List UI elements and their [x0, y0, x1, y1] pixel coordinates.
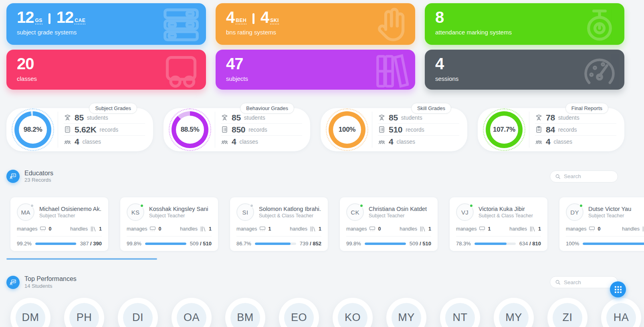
- avatar: DY: [566, 203, 583, 221]
- avatar-initials: MY: [499, 303, 529, 327]
- stat-card-bns-rating-systems[interactable]: 4 BEH 4 SKI bns rating systems: [216, 3, 415, 45]
- avatar-initials: MY: [392, 303, 421, 327]
- student-avatar[interactable]: OA: [172, 298, 212, 327]
- student-avatar[interactable]: KO: [333, 298, 373, 327]
- progress-ring: 100%: [329, 111, 365, 148]
- student-avatar[interactable]: EO: [279, 298, 319, 327]
- records-stat: 84 records: [535, 124, 616, 136]
- status-dot: [250, 204, 254, 208]
- avatar-initials: KO: [338, 303, 367, 327]
- stat-card-classes[interactable]: 20 classes: [6, 50, 206, 90]
- progress-ring: 107.7%: [486, 111, 523, 148]
- educators-card-rail: MA Michael Osisienemo Ak... Subject Teac…: [10, 197, 644, 251]
- progress-percent: 86.7%: [236, 241, 251, 247]
- status-dot: [359, 204, 363, 208]
- educators-badge: [6, 170, 20, 183]
- section-title: Educators: [24, 170, 53, 177]
- divider: [456, 236, 541, 237]
- class-group-icon: [259, 226, 266, 232]
- section-title: Top Performances: [24, 275, 77, 283]
- student-avatar[interactable]: PH: [64, 298, 104, 327]
- hand-icon: [372, 6, 409, 43]
- student-avatar[interactable]: BM: [225, 298, 265, 327]
- avatar: KS: [127, 203, 144, 221]
- stat-value: 20: [17, 56, 34, 72]
- progress-percent: 78.3%: [456, 241, 471, 247]
- avatar: SI: [236, 203, 254, 221]
- educator-card[interactable]: CK Christiana Osin Katdet Subject Teache…: [340, 197, 438, 251]
- stopwatch-icon: [581, 6, 618, 43]
- gauge-icon: [581, 53, 618, 90]
- educator-card[interactable]: DY Dutse Victor Yau Subject Teacher mana…: [559, 197, 644, 251]
- educators-search-input[interactable]: [564, 173, 613, 179]
- educator-name: Dutse Victor Yau: [588, 206, 631, 212]
- manages-stat: manages 0: [127, 226, 161, 232]
- avatar-initials: ZI: [553, 303, 582, 327]
- progress-bar: [583, 243, 644, 245]
- class-group-icon: [479, 226, 485, 232]
- progress-ring: 88.5%: [172, 111, 208, 148]
- divider: [17, 236, 102, 237]
- avatar-initials: VJ: [461, 209, 468, 216]
- top-performances-avatar-rail: DM PH DI OA BM EO KO MY NT MY ZI HA: [10, 298, 644, 327]
- classes-stat: 4 classes: [535, 136, 616, 148]
- top-performances-search: [550, 276, 618, 288]
- student-avatar[interactable]: MY: [386, 298, 426, 327]
- student-avatar[interactable]: NT: [440, 298, 480, 327]
- stat-value: 12: [57, 9, 74, 25]
- avatar-initials: SI: [242, 209, 248, 216]
- stat-card-attendance-marking-systems[interactable]: 8 attendance marking systems: [425, 3, 624, 45]
- records-stat: 850 records: [221, 124, 302, 136]
- progress-ring: 98.2%: [14, 111, 51, 148]
- educator-card[interactable]: KS Kosshak Kingsley Sani Subject Teacher…: [120, 197, 218, 251]
- section-subtitle: 14 Students: [24, 283, 77, 289]
- performance-board-icon: [9, 279, 17, 286]
- educator-card[interactable]: SI Solomon Katlong Ibrahi... Subject & C…: [230, 197, 328, 251]
- top-performances-search-input[interactable]: [564, 279, 613, 285]
- student-avatar[interactable]: DI: [118, 298, 158, 327]
- top-performances-section-header: Top Performances 14 Students: [6, 275, 618, 289]
- summary-card-behaviour-grades: Behaviour Grades 88.5% 85 students 850 r…: [164, 108, 310, 151]
- avatar-initials: NT: [445, 303, 475, 327]
- progress-bar: [145, 243, 186, 245]
- apps-grid-fab[interactable]: [610, 281, 626, 297]
- avatar-initials: BM: [230, 303, 260, 327]
- educator-card[interactable]: VJ Victoria Kuka Jibir Subject & Class T…: [450, 197, 547, 251]
- stat-card-subjects[interactable]: 47 subjects: [216, 50, 415, 90]
- progress-fraction: 509 / 510: [190, 241, 212, 247]
- progress-percent: 100%: [566, 241, 579, 247]
- educator-name: Solomon Katlong Ibrahi...: [259, 206, 321, 212]
- progress-bar: [35, 243, 77, 245]
- divider: [236, 236, 321, 237]
- avatar-initials: DY: [570, 209, 579, 216]
- manages-stat: manages 0: [346, 226, 381, 232]
- progress-percent: 99.8%: [127, 241, 141, 247]
- class-group-icon: [369, 226, 375, 232]
- progress-fraction: 634 / 810: [519, 241, 541, 247]
- summary-card-final-reports: Final Reports 107.7% 78 students 84 reco…: [478, 108, 624, 151]
- stat-card-sessions[interactable]: 4 sessions: [425, 50, 624, 90]
- manages-stat: manages 1: [236, 226, 271, 232]
- student-avatar[interactable]: DM: [10, 298, 50, 327]
- summary-card-title: Final Reports: [565, 103, 608, 114]
- bus-icon: [163, 53, 200, 90]
- progress-bar: [365, 243, 406, 245]
- student-avatar[interactable]: HA: [601, 298, 641, 327]
- student-avatar[interactable]: MY: [494, 298, 534, 327]
- progress-fraction: 739 / 852: [300, 241, 321, 247]
- classes-stat: 4 classes: [378, 136, 459, 148]
- horizontal-scrollbar[interactable]: [6, 258, 157, 260]
- stat-card-subject-grade-systems[interactable]: 12 GS 12 CAE subject grade systems: [6, 3, 206, 45]
- educator-card[interactable]: MA Michael Osisienemo Ak... Subject Teac…: [10, 197, 108, 251]
- group-icon: [378, 138, 386, 146]
- status-dot: [579, 204, 583, 208]
- progress-bar: [474, 243, 516, 245]
- student-avatar[interactable]: ZI: [547, 298, 587, 327]
- stat-value: 12: [17, 9, 34, 25]
- books-icon: [200, 226, 206, 232]
- progress-percent: 99.8%: [346, 241, 361, 247]
- manages-stat: manages 0: [17, 226, 51, 232]
- educators-section-header: Educators 23 Records: [6, 170, 618, 183]
- group-icon: [64, 138, 71, 146]
- summary-card-skill-grades: Skill Grades 100% 85 students 510 record…: [321, 108, 467, 151]
